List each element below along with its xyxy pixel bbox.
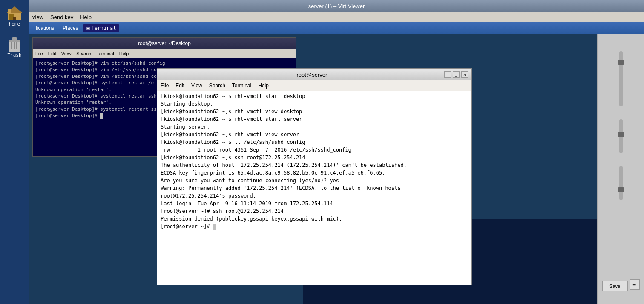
save-button[interactable]: Save — [602, 281, 628, 291]
terminal-2-title: root@server:~ — [297, 72, 332, 78]
t2-menu-search[interactable]: Search — [209, 83, 225, 89]
t2-line-10: ECDSA key fingerprint is 65:4d:ac:8a:c9:… — [161, 169, 468, 177]
maximize-button[interactable]: □ — [453, 71, 460, 78]
t1-menu-file[interactable]: File — [35, 51, 43, 56]
sidebar-item-home[interactable]: home — [6, 4, 23, 27]
bottom-buttons: Save ≡ — [602, 278, 640, 291]
right-panel: Save ≡ — [597, 34, 644, 304]
slider-track-1[interactable] — [619, 51, 623, 106]
vm-menubar: view Send key Help — [29, 12, 644, 22]
gnome-applications[interactable]: lications — [32, 24, 58, 32]
slider-thumb-1[interactable] — [618, 60, 624, 65]
t1-menu-terminal[interactable]: Terminal — [96, 51, 114, 56]
t2-line-15: [root@server ~]# ssh root@172.25.254.214 — [161, 207, 468, 215]
svg-rect-4 — [8, 9, 11, 14]
svg-rect-10 — [16, 42, 17, 49]
svg-rect-8 — [11, 42, 12, 49]
slider-group-2 — [619, 119, 623, 153]
t1-menu-search[interactable]: Search — [76, 51, 91, 56]
vm-title: server (1) – Virt Viewer — [308, 3, 365, 9]
terminal-2-menubar: File Edit View Search Terminal Help — [157, 80, 472, 91]
t2-line-0: [kiosk@foundation62 ~]$ rht-vmctl start … — [161, 92, 468, 100]
t1-menu-edit[interactable]: Edit — [48, 51, 56, 56]
minimize-button[interactable]: − — [444, 71, 451, 78]
t2-line-16: Permission denied (publickey,gssapi-keye… — [161, 215, 468, 223]
slider-track-3[interactable] — [619, 166, 623, 200]
close-button[interactable]: × — [461, 71, 468, 78]
t1-menu-view[interactable]: View — [61, 51, 72, 56]
slider-track-2[interactable] — [619, 119, 623, 153]
t2-line-6: [kiosk@foundation62 ~]$ ll /etc/ssh/sshd… — [161, 138, 468, 146]
cursor-1 — [100, 113, 104, 119]
t2-line-11: Are you sure you want to continue connec… — [161, 177, 468, 184]
slider-thumb-2[interactable] — [618, 132, 624, 137]
t2-line-4: Starting server. — [161, 123, 468, 131]
slider-group-3 — [619, 166, 623, 200]
left-sidebar: home Trash — [0, 0, 29, 304]
t2-line-7: -rw-------. 1 root root 4361 Sep 7 2016 … — [161, 146, 468, 154]
t1-menu-help[interactable]: Help — [119, 51, 129, 56]
vm-viewer-window: server (1) – Virt Viewer view Send key H… — [29, 0, 644, 304]
svg-rect-3 — [13, 17, 16, 20]
desktop: home Trash server (1) – Virt Viewer view… — [0, 0, 644, 304]
vm-desktop: root@server:~/Desktop File Edit View Sea… — [29, 34, 644, 304]
t2-line-8: [kiosk@foundation62 ~]$ ssh root@172.25.… — [161, 154, 468, 161]
terminal-2-content[interactable]: [kiosk@foundation62 ~]$ rht-vmctl start … — [157, 91, 472, 285]
t2-menu-view[interactable]: View — [191, 83, 202, 89]
trash-label: Trash — [7, 52, 21, 58]
t2-line-13: root@172.25.254.214's password: — [161, 192, 468, 200]
cursor-2 — [213, 224, 216, 230]
vm-titlebar: server (1) – Virt Viewer — [29, 0, 644, 12]
home-icon — [6, 4, 23, 21]
vm-menu-view[interactable]: view — [32, 14, 43, 20]
slider-group-1 — [619, 51, 623, 106]
t2-line-17: [root@server ~]# — [161, 223, 468, 230]
t2-line-14: Last login: Tue Apr 9 16:11:14 2019 from… — [161, 200, 468, 207]
t2-line-9: The authenticity of host '172.25.254.214… — [161, 161, 468, 169]
t2-menu-terminal[interactable]: Terminal — [232, 83, 251, 89]
terminal-2-titlebar: root@server:~ − □ × — [157, 69, 472, 80]
t2-menu-file[interactable]: File — [161, 83, 169, 89]
terminal-1-title: root@server:~/Desktop — [138, 40, 191, 46]
t2-line-12: Warning: Permanently added '172.25.254.2… — [161, 184, 468, 192]
terminal-1-menubar: File Edit View Search Terminal Help — [33, 49, 296, 58]
t1-line-0: [root@server Desktop]# vim etc/ssh/sshd_… — [35, 60, 293, 66]
t2-line-3: [kiosk@foundation62 ~]$ rht-vmctl start … — [161, 115, 468, 123]
vm-menu-help[interactable]: Help — [80, 14, 92, 20]
menu-button[interactable]: ≡ — [630, 279, 640, 290]
svg-rect-9 — [14, 42, 15, 49]
gnome-places[interactable]: Places — [59, 24, 81, 32]
slider-thumb-3[interactable] — [618, 187, 624, 192]
t2-line-5: [kiosk@foundation62 ~]$ rht-vmctl view s… — [161, 131, 468, 138]
home-label: home — [9, 21, 20, 27]
t2-menu-help[interactable]: Help — [258, 83, 269, 89]
terminal-2-window: root@server:~ − □ × File Edit View Searc… — [157, 68, 472, 285]
gnome-terminal-tab[interactable]: ▣ Terminal — [83, 24, 119, 32]
t2-menu-edit[interactable]: Edit — [175, 83, 184, 89]
t2-line-1: Starting desktop. — [161, 100, 468, 108]
gnome-terminal-label: Terminal — [92, 25, 116, 31]
t2-line-2: [kiosk@foundation62 ~]$ rht-vmctl view d… — [161, 108, 468, 115]
terminal-1-titlebar: root@server:~/Desktop — [33, 38, 296, 49]
terminal-2-controls: − □ × — [444, 71, 468, 78]
svg-rect-7 — [12, 37, 17, 40]
sidebar-item-trash[interactable]: Trash — [7, 35, 22, 58]
vm-menu-sendkey[interactable]: Send key — [50, 14, 73, 20]
trash-icon — [7, 35, 22, 52]
terminal-icon-small: ▣ — [86, 25, 89, 31]
gnome-panel: lications Places ▣ Terminal — [29, 22, 644, 34]
